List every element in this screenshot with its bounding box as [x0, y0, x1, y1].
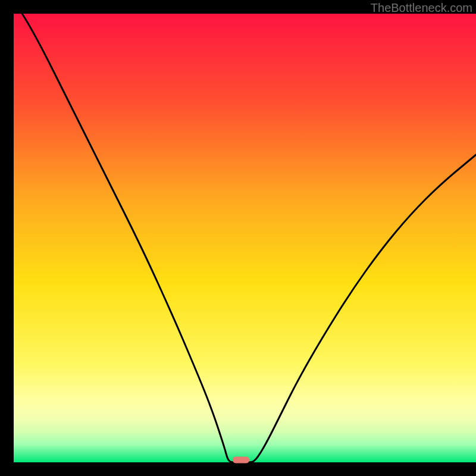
- bottleneck-chart: TheBottleneck.com: [0, 0, 476, 476]
- plot-background: [14, 14, 476, 462]
- axis-left-bar: [0, 0, 14, 476]
- axis-bottom-bar: [0, 462, 476, 476]
- chart-svg: [0, 0, 476, 476]
- watermark-text: TheBottleneck.com: [371, 1, 472, 15]
- minimum-marker: [233, 457, 249, 464]
